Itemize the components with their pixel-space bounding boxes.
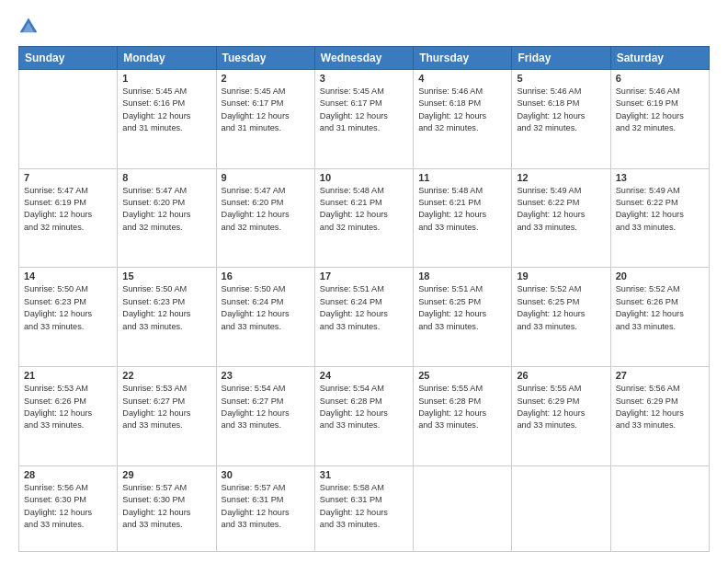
calendar-cell: 16Sunrise: 5:50 AM Sunset: 6:24 PM Dayli… bbox=[216, 268, 314, 367]
day-number: 25 bbox=[418, 370, 506, 381]
day-number: 29 bbox=[122, 469, 210, 480]
cell-info: Sunrise: 5:45 AM Sunset: 6:16 PM Dayligh… bbox=[122, 86, 210, 134]
day-number: 18 bbox=[418, 270, 506, 282]
cell-info: Sunrise: 5:49 AM Sunset: 6:22 PM Dayligh… bbox=[517, 185, 605, 234]
day-number: 22 bbox=[122, 370, 210, 381]
cell-info: Sunrise: 5:50 AM Sunset: 6:23 PM Dayligh… bbox=[122, 283, 210, 332]
cell-info: Sunrise: 5:54 AM Sunset: 6:27 PM Dayligh… bbox=[222, 383, 310, 431]
day-number: 28 bbox=[24, 469, 112, 480]
day-number: 8 bbox=[122, 172, 210, 183]
day-number: 26 bbox=[517, 370, 605, 381]
cell-info: Sunrise: 5:46 AM Sunset: 6:18 PM Dayligh… bbox=[418, 86, 506, 134]
cell-info: Sunrise: 5:47 AM Sunset: 6:20 PM Dayligh… bbox=[122, 185, 210, 234]
cell-info: Sunrise: 5:52 AM Sunset: 6:25 PM Dayligh… bbox=[517, 283, 605, 332]
cell-info: Sunrise: 5:56 AM Sunset: 6:30 PM Dayligh… bbox=[24, 482, 112, 531]
day-header: Monday bbox=[118, 47, 216, 70]
calendar-cell: 13Sunrise: 5:49 AM Sunset: 6:22 PM Dayli… bbox=[610, 168, 709, 268]
day-number: 27 bbox=[616, 370, 704, 381]
cell-info: Sunrise: 5:51 AM Sunset: 6:25 PM Dayligh… bbox=[418, 283, 506, 332]
calendar-week-row: 28Sunrise: 5:56 AM Sunset: 6:30 PM Dayli… bbox=[19, 465, 710, 551]
calendar-week-row: 14Sunrise: 5:50 AM Sunset: 6:23 PM Dayli… bbox=[19, 268, 710, 367]
day-number: 23 bbox=[222, 370, 310, 381]
calendar-cell: 28Sunrise: 5:56 AM Sunset: 6:30 PM Dayli… bbox=[19, 465, 118, 551]
calendar-cell: 2Sunrise: 5:45 AM Sunset: 6:17 PM Daylig… bbox=[216, 70, 314, 169]
calendar-cell: 15Sunrise: 5:50 AM Sunset: 6:23 PM Dayli… bbox=[118, 268, 216, 367]
day-number: 21 bbox=[24, 370, 112, 381]
cell-info: Sunrise: 5:45 AM Sunset: 6:17 PM Dayligh… bbox=[320, 86, 408, 134]
day-header: Tuesday bbox=[216, 47, 314, 70]
cell-info: Sunrise: 5:52 AM Sunset: 6:26 PM Dayligh… bbox=[616, 283, 704, 332]
day-header: Thursday bbox=[414, 47, 512, 70]
calendar-table: SundayMondayTuesdayWednesdayThursdayFrid… bbox=[18, 46, 710, 552]
calendar-cell: 6Sunrise: 5:46 AM Sunset: 6:19 PM Daylig… bbox=[610, 70, 709, 169]
calendar-cell: 17Sunrise: 5:51 AM Sunset: 6:24 PM Dayli… bbox=[314, 268, 413, 367]
calendar-cell bbox=[610, 465, 709, 551]
calendar-cell: 18Sunrise: 5:51 AM Sunset: 6:25 PM Dayli… bbox=[414, 268, 512, 367]
day-number: 13 bbox=[616, 172, 704, 183]
calendar-cell: 14Sunrise: 5:50 AM Sunset: 6:23 PM Dayli… bbox=[19, 268, 118, 367]
cell-info: Sunrise: 5:57 AM Sunset: 6:30 PM Dayligh… bbox=[122, 482, 210, 531]
calendar-cell: 23Sunrise: 5:54 AM Sunset: 6:27 PM Dayli… bbox=[216, 367, 314, 466]
calendar-cell: 11Sunrise: 5:48 AM Sunset: 6:21 PM Dayli… bbox=[414, 168, 512, 268]
day-header: Saturday bbox=[610, 47, 709, 70]
calendar-cell: 7Sunrise: 5:47 AM Sunset: 6:19 PM Daylig… bbox=[19, 168, 118, 268]
cell-info: Sunrise: 5:46 AM Sunset: 6:19 PM Dayligh… bbox=[616, 86, 704, 134]
cell-info: Sunrise: 5:50 AM Sunset: 6:23 PM Dayligh… bbox=[24, 283, 112, 332]
calendar-cell: 21Sunrise: 5:53 AM Sunset: 6:26 PM Dayli… bbox=[19, 367, 118, 466]
cell-info: Sunrise: 5:56 AM Sunset: 6:29 PM Dayligh… bbox=[616, 383, 704, 431]
day-number: 16 bbox=[222, 270, 310, 282]
day-number: 24 bbox=[320, 370, 408, 381]
logo-icon bbox=[18, 17, 39, 37]
calendar-cell: 25Sunrise: 5:55 AM Sunset: 6:28 PM Dayli… bbox=[414, 367, 512, 466]
cell-info: Sunrise: 5:50 AM Sunset: 6:24 PM Dayligh… bbox=[222, 283, 310, 332]
calendar-cell: 27Sunrise: 5:56 AM Sunset: 6:29 PM Dayli… bbox=[610, 367, 709, 466]
calendar-header-row: SundayMondayTuesdayWednesdayThursdayFrid… bbox=[19, 47, 710, 70]
calendar-cell: 19Sunrise: 5:52 AM Sunset: 6:25 PM Dayli… bbox=[512, 268, 610, 367]
cell-info: Sunrise: 5:57 AM Sunset: 6:31 PM Dayligh… bbox=[222, 482, 310, 531]
day-number: 10 bbox=[320, 172, 408, 183]
cell-info: Sunrise: 5:54 AM Sunset: 6:28 PM Dayligh… bbox=[320, 383, 408, 431]
calendar-cell: 24Sunrise: 5:54 AM Sunset: 6:28 PM Dayli… bbox=[314, 367, 413, 466]
cell-info: Sunrise: 5:55 AM Sunset: 6:28 PM Dayligh… bbox=[418, 383, 506, 431]
day-header: Friday bbox=[512, 47, 610, 70]
day-number: 2 bbox=[222, 73, 310, 84]
calendar-week-row: 21Sunrise: 5:53 AM Sunset: 6:26 PM Dayli… bbox=[19, 367, 710, 466]
cell-info: Sunrise: 5:49 AM Sunset: 6:22 PM Dayligh… bbox=[616, 185, 704, 234]
calendar-cell: 8Sunrise: 5:47 AM Sunset: 6:20 PM Daylig… bbox=[118, 168, 216, 268]
page: SundayMondayTuesdayWednesdayThursdayFrid… bbox=[0, 0, 728, 563]
cell-info: Sunrise: 5:47 AM Sunset: 6:19 PM Dayligh… bbox=[24, 185, 112, 234]
calendar-cell: 3Sunrise: 5:45 AM Sunset: 6:17 PM Daylig… bbox=[314, 70, 413, 169]
calendar-week-row: 7Sunrise: 5:47 AM Sunset: 6:19 PM Daylig… bbox=[19, 168, 710, 268]
day-number: 6 bbox=[616, 73, 704, 84]
cell-info: Sunrise: 5:55 AM Sunset: 6:29 PM Dayligh… bbox=[517, 383, 605, 431]
calendar-cell: 12Sunrise: 5:49 AM Sunset: 6:22 PM Dayli… bbox=[512, 168, 610, 268]
cell-info: Sunrise: 5:51 AM Sunset: 6:24 PM Dayligh… bbox=[320, 283, 408, 332]
day-number: 11 bbox=[418, 172, 506, 183]
cell-info: Sunrise: 5:47 AM Sunset: 6:20 PM Dayligh… bbox=[222, 185, 310, 234]
day-header: Wednesday bbox=[314, 47, 413, 70]
day-number: 7 bbox=[24, 172, 112, 183]
calendar-cell: 4Sunrise: 5:46 AM Sunset: 6:18 PM Daylig… bbox=[414, 70, 512, 169]
day-number: 19 bbox=[517, 270, 605, 282]
calendar-cell: 30Sunrise: 5:57 AM Sunset: 6:31 PM Dayli… bbox=[216, 465, 314, 551]
calendar-cell bbox=[19, 70, 118, 169]
day-number: 1 bbox=[122, 73, 210, 84]
day-number: 3 bbox=[320, 73, 408, 84]
calendar-cell bbox=[512, 465, 610, 551]
day-number: 5 bbox=[517, 73, 605, 84]
cell-info: Sunrise: 5:58 AM Sunset: 6:31 PM Dayligh… bbox=[320, 482, 408, 531]
day-number: 17 bbox=[320, 270, 408, 282]
calendar-cell: 9Sunrise: 5:47 AM Sunset: 6:20 PM Daylig… bbox=[216, 168, 314, 268]
day-number: 14 bbox=[24, 270, 112, 282]
calendar-week-row: 1Sunrise: 5:45 AM Sunset: 6:16 PM Daylig… bbox=[19, 70, 710, 169]
cell-info: Sunrise: 5:48 AM Sunset: 6:21 PM Dayligh… bbox=[320, 185, 408, 234]
logo bbox=[18, 17, 42, 37]
day-header: Sunday bbox=[19, 47, 118, 70]
calendar-cell: 26Sunrise: 5:55 AM Sunset: 6:29 PM Dayli… bbox=[512, 367, 610, 466]
day-number: 4 bbox=[418, 73, 506, 84]
cell-info: Sunrise: 5:48 AM Sunset: 6:21 PM Dayligh… bbox=[418, 185, 506, 234]
day-number: 31 bbox=[320, 469, 408, 480]
calendar-cell: 5Sunrise: 5:46 AM Sunset: 6:18 PM Daylig… bbox=[512, 70, 610, 169]
calendar-cell: 10Sunrise: 5:48 AM Sunset: 6:21 PM Dayli… bbox=[314, 168, 413, 268]
calendar-cell bbox=[414, 465, 512, 551]
